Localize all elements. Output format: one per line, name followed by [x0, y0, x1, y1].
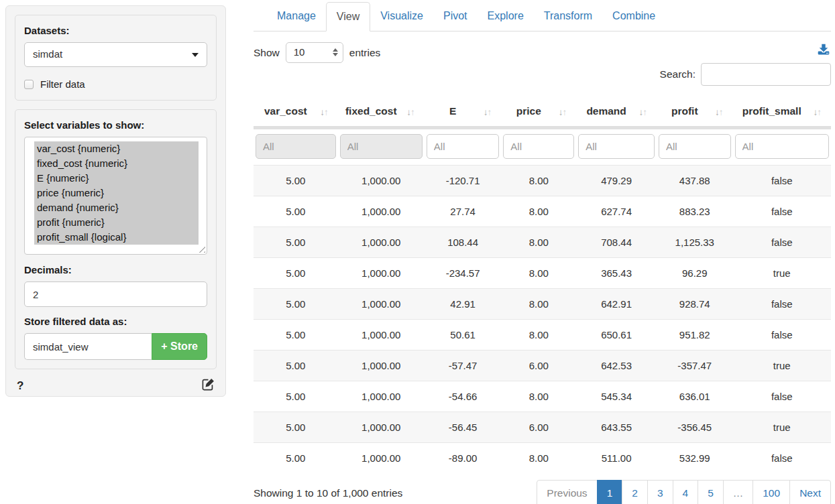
cell: 108.44 — [425, 227, 502, 258]
decimals-input[interactable] — [24, 281, 207, 307]
cell: -120.71 — [425, 166, 502, 196]
column-header-fixed_cost[interactable]: fixed_cost↓↑ — [338, 101, 425, 126]
variable-option[interactable]: price {numeric} — [34, 186, 199, 200]
cell: 642.53 — [576, 351, 657, 381]
cell: false — [733, 227, 831, 258]
tab-combine[interactable]: Combine — [602, 2, 665, 32]
tab-bar: ManageViewVisualizePivotExploreTransform… — [254, 0, 831, 32]
cell: 511.00 — [576, 443, 657, 474]
tab-visualize[interactable]: Visualize — [370, 2, 433, 32]
cell: 1,000.00 — [338, 258, 425, 289]
cell: 1,000.00 — [338, 196, 425, 227]
page-5[interactable]: 5 — [698, 480, 724, 504]
column-header-var_cost[interactable]: var_cost↓↑ — [254, 101, 338, 126]
cell: 1,000.00 — [338, 443, 425, 474]
column-header-profit[interactable]: profit↓↑ — [657, 101, 733, 126]
tab-explore[interactable]: Explore — [478, 2, 534, 32]
table-row: 5.001,000.0027.748.00627.74883.23false — [254, 196, 831, 227]
cell: 8.00 — [501, 381, 576, 412]
cell: 545.34 — [576, 381, 657, 412]
variable-option[interactable]: fixed_cost {numeric} — [34, 156, 199, 171]
tab-transform[interactable]: Transform — [534, 2, 602, 32]
datasets-label: Datasets: — [24, 25, 207, 36]
search-input[interactable] — [701, 63, 831, 86]
cell: 8.00 — [501, 227, 576, 258]
sort-icon: ↓↑ — [715, 107, 724, 117]
column-label: var_cost — [264, 105, 307, 117]
cell: 1,000.00 — [338, 289, 425, 320]
cell: 532.99 — [657, 443, 733, 474]
cell: 928.74 — [657, 289, 733, 320]
tab-view[interactable]: View — [326, 2, 370, 32]
filter-input-price[interactable] — [503, 134, 574, 159]
column-header-demand[interactable]: demand↓↑ — [576, 101, 657, 126]
cell: 5.00 — [254, 258, 338, 289]
filter-input-E[interactable] — [427, 134, 500, 159]
page-size-select[interactable]: 10 — [286, 42, 343, 63]
cell: 1,000.00 — [338, 412, 425, 443]
search-group: Search: — [660, 63, 831, 86]
cell: 5.00 — [254, 381, 338, 412]
store-row: + Store — [24, 333, 207, 360]
tab-label: Pivot — [433, 2, 478, 30]
tab-label: Explore — [478, 2, 534, 30]
cell: -89.00 — [425, 443, 502, 474]
cell: -56.45 — [425, 412, 502, 443]
page-size-group: Show 10 entries — [254, 42, 831, 63]
filter-data-label: Filter data — [40, 78, 85, 90]
variable-option[interactable]: E {numeric} — [34, 171, 199, 186]
page-100[interactable]: 100 — [753, 480, 790, 504]
cell: 8.00 — [501, 258, 576, 289]
store-name-input[interactable] — [24, 333, 152, 360]
cell: 5.00 — [254, 443, 338, 474]
column-header-E[interactable]: E↓↑ — [425, 101, 502, 126]
variable-option[interactable]: demand {numeric} — [34, 200, 199, 215]
variable-option[interactable]: profit {numeric} — [34, 215, 199, 230]
cell: false — [733, 166, 831, 196]
pagination: Previous12345…100Next — [537, 480, 831, 504]
cell: 5.00 — [254, 166, 338, 196]
page-1[interactable]: 1 — [597, 480, 623, 504]
cell: 5.00 — [254, 227, 338, 258]
showing-entries-info: Showing 1 to 10 of 1,000 entries — [254, 487, 402, 499]
cell: 6.00 — [501, 412, 576, 443]
page-next[interactable]: Next — [789, 480, 831, 504]
cell: 1,125.33 — [657, 227, 733, 258]
help-icon[interactable]: ? — [17, 379, 23, 393]
page-2[interactable]: 2 — [622, 480, 648, 504]
filter-input-profit_small[interactable] — [735, 134, 829, 159]
cell: -57.47 — [425, 351, 502, 381]
filter-data-checkbox[interactable] — [24, 80, 34, 89]
variables-listbox[interactable]: var_cost {numeric}fixed_cost {numeric}E … — [24, 137, 207, 255]
edit-report-icon[interactable] — [202, 378, 215, 393]
column-header-profit_small[interactable]: profit_small↓↑ — [733, 101, 831, 126]
cell: false — [733, 196, 831, 227]
page-previous: Previous — [537, 480, 597, 504]
cell: false — [733, 381, 831, 412]
cell: -54.66 — [425, 381, 502, 412]
tab-label: Visualize — [370, 2, 433, 30]
filter-input-profit[interactable] — [659, 134, 731, 159]
cell: 708.44 — [576, 227, 657, 258]
table-row: 5.001,000.00-120.718.00479.29437.88false — [254, 166, 831, 196]
cell: 1,000.00 — [338, 351, 425, 381]
store-button[interactable]: + Store — [152, 333, 207, 360]
cell: 883.23 — [657, 196, 733, 227]
page-3[interactable]: 3 — [647, 480, 673, 504]
table-row: 5.001,000.0042.918.00642.91928.74false — [254, 289, 831, 320]
download-icon[interactable] — [818, 44, 830, 55]
tab-manage[interactable]: Manage — [267, 2, 326, 32]
resize-handle-icon[interactable] — [198, 245, 205, 253]
variable-option[interactable]: var_cost {numeric} — [34, 141, 199, 156]
dataset-select[interactable]: simdat — [24, 42, 207, 67]
column-label: E — [449, 105, 456, 117]
filter-input-demand[interactable] — [578, 134, 655, 159]
column-header-price[interactable]: price↓↑ — [501, 101, 576, 126]
sort-icon: ↓↑ — [559, 107, 567, 117]
variable-option[interactable]: profit_small {logical} — [34, 230, 199, 245]
cell: 642.91 — [576, 289, 657, 320]
page-4[interactable]: 4 — [673, 480, 699, 504]
sort-icon: ↓↑ — [814, 107, 822, 117]
cell: false — [733, 289, 831, 320]
tab-pivot[interactable]: Pivot — [433, 2, 478, 32]
